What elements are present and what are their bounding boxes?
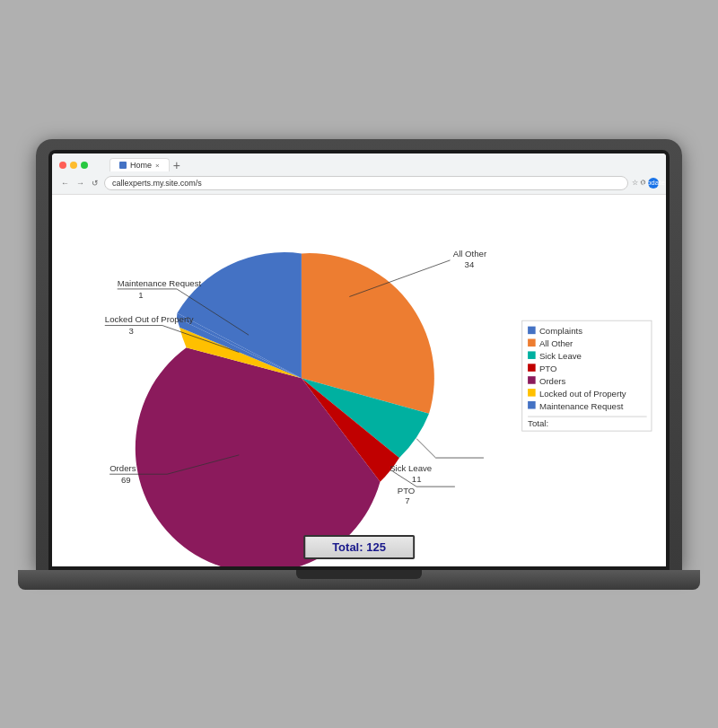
legend-color-sick-leave [528,351,536,359]
close-dot[interactable] [59,162,66,169]
legend-color-complaints [528,326,536,334]
browser-bar: Home × + ← → ↺ callexperts.my.site.com/s [52,153,666,195]
pie-chart: All Other 34 Maintenance Request 1 Locke… [52,195,666,566]
tab-close-icon[interactable]: × [155,162,160,170]
url-text: callexperts.my.site.com/s [112,179,202,188]
legend-color-pto [528,364,536,372]
minimize-dot[interactable] [70,162,77,169]
star-icon[interactable]: ☆ [632,179,638,187]
label-sick-leave: Sick Leave [390,462,432,472]
value-orders: 69 [121,474,131,484]
label-orders: Orders [109,462,136,472]
label-pto: PTO [398,485,416,495]
legend-total-label: Total: [528,417,548,427]
value-sick-leave: 11 [412,473,422,483]
legend-color-locked [528,389,536,397]
value-pto: 7 [405,496,409,505]
laptop-screen: Home × + ← → ↺ callexperts.my.site.com/s [36,139,682,570]
update-button[interactable]: Update [648,178,659,189]
screen-bezel: Home × + ← → ↺ callexperts.my.site.com/s [48,150,670,570]
legend-color-all-other [528,338,536,346]
legend-label-pto: PTO [539,363,557,373]
page-content: All Other 34 Maintenance Request 1 Locke… [52,195,666,566]
back-button[interactable]: ← [59,178,71,189]
label-all-other: All Other [453,248,487,258]
legend-color-maintenance [528,400,536,408]
value-all-other: 34 [465,259,475,269]
browser-tab[interactable]: Home × [109,158,170,171]
legend-label-orders: Orders [539,375,566,385]
maximize-dot[interactable] [81,162,88,169]
label-locked-out: Locked Out of Property [105,314,194,324]
legend-label-all-other: All Other [539,338,574,348]
value-maintenance: 1 [138,289,143,299]
legend-label-locked: Locked out of Property [539,388,626,398]
legend-label-sick-leave: Sick Leave [539,350,582,360]
new-tab-icon[interactable]: + [173,158,180,172]
forward-button[interactable]: → [74,178,86,189]
legend-label-maintenance: Maintenance Request [539,400,624,410]
laptop-notch [296,570,422,579]
laptop-base [18,570,700,590]
tab-bar: Home × + [109,158,180,172]
total-text: Total: 125 [332,540,386,554]
svg-line-7 [416,438,435,457]
total-bar: Total: 125 [303,535,415,559]
tab-title: Home [130,161,152,170]
value-locked-out: 3 [129,326,134,336]
label-maintenance: Maintenance Request [118,277,202,287]
legend-label-complaints: Complaints [539,326,582,336]
address-bar[interactable]: callexperts.my.site.com/s [104,176,628,190]
screen: Home × + ← → ↺ callexperts.my.site.com/s [52,153,666,566]
refresh-button[interactable]: ↺ [90,178,101,189]
legend-color-orders [528,376,536,384]
